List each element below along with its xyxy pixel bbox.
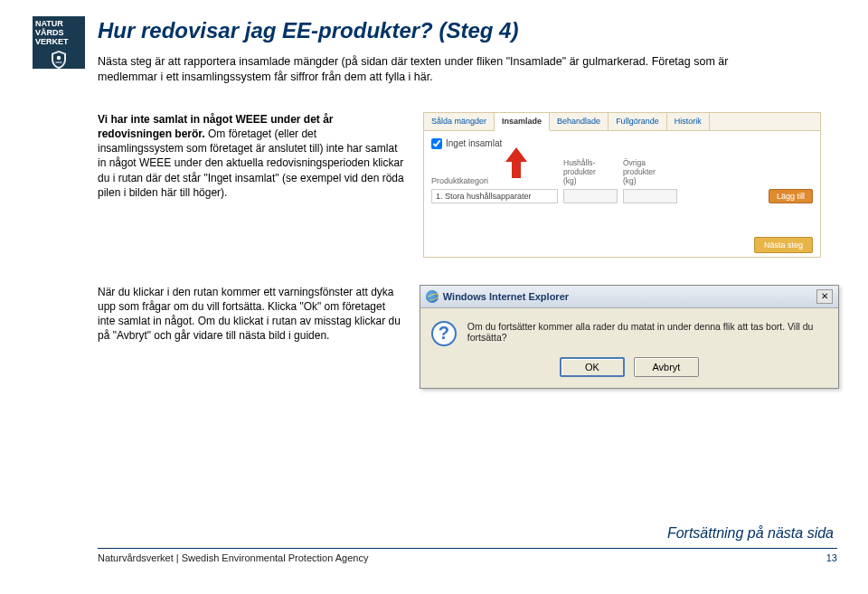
hushall-input[interactable] — [563, 189, 618, 203]
avbryt-button[interactable]: Avbryt — [634, 357, 699, 377]
dialog-message: Om du fortsätter kommer alla rader du ma… — [467, 321, 827, 343]
product-category-label: Produktkategori — [431, 176, 558, 185]
col-head-ovriga: Övriga produkter (kg) — [623, 158, 677, 185]
footer: Naturvårdsverket | Swedish Environmental… — [98, 548, 837, 563]
ie-dialog: Windows Internet Explorer ✕ ? Om du fort… — [420, 285, 839, 389]
col-head-hushall: Hushålls- produkter (kg) — [563, 158, 618, 185]
app-tabs: Sålda mängder Insamlade Behandlade Fullg… — [424, 113, 820, 131]
page-title: Hur redovisar jag EE-produkter? (Steg 4) — [98, 18, 839, 43]
continuation-text: Fortsättning på nästa sida — [667, 525, 834, 542]
tab-salda-mangder[interactable]: Sålda mängder — [424, 113, 495, 130]
svg-point-0 — [57, 55, 61, 59]
shield-icon — [51, 51, 67, 71]
logo-line: VERKET — [35, 38, 82, 47]
ovriga-input[interactable] — [623, 189, 677, 203]
inget-insamlat-checkbox[interactable] — [431, 138, 442, 149]
lagg-till-button[interactable]: Lägg till — [769, 189, 813, 203]
question-icon: ? — [431, 321, 457, 346]
intro-paragraph: Nästa steg är att rapportera insamlade m… — [98, 54, 731, 85]
dialog-title-text: Windows Internet Explorer — [443, 291, 569, 302]
tab-historik[interactable]: Historik — [667, 113, 710, 130]
close-button[interactable]: ✕ — [816, 289, 833, 304]
tab-behandlade[interactable]: Behandlade — [550, 113, 609, 130]
naturvardsverket-logo: NATUR VÅRDS VERKET — [33, 16, 85, 69]
nasta-steg-button[interactable]: Nästa steg — [754, 237, 813, 253]
tab-insamlade[interactable]: Insamlade — [495, 113, 550, 131]
red-arrow-icon — [505, 147, 527, 178]
dialog-titlebar: Windows Internet Explorer ✕ — [420, 286, 838, 308]
section2-text: När du klickar i den rutan kommer ett va… — [98, 285, 401, 389]
ie-icon — [426, 290, 439, 303]
footer-org: Naturvårdsverket | Swedish Environmental… — [98, 552, 368, 563]
app-screenshot-panel: Sålda mängder Insamlade Behandlade Fullg… — [423, 112, 821, 258]
close-icon: ✕ — [821, 292, 828, 301]
footer-page-number: 13 — [826, 552, 837, 563]
tab-fullgorande[interactable]: Fullgörande — [609, 113, 667, 130]
inget-insamlat-label: Inget insamlat — [446, 138, 502, 148]
category-row-1[interactable]: 1. Stora hushållsapparater — [431, 189, 558, 203]
section1-text: Vi har inte samlat in något WEEE under d… — [98, 112, 405, 258]
ok-button[interactable]: OK — [560, 357, 625, 377]
